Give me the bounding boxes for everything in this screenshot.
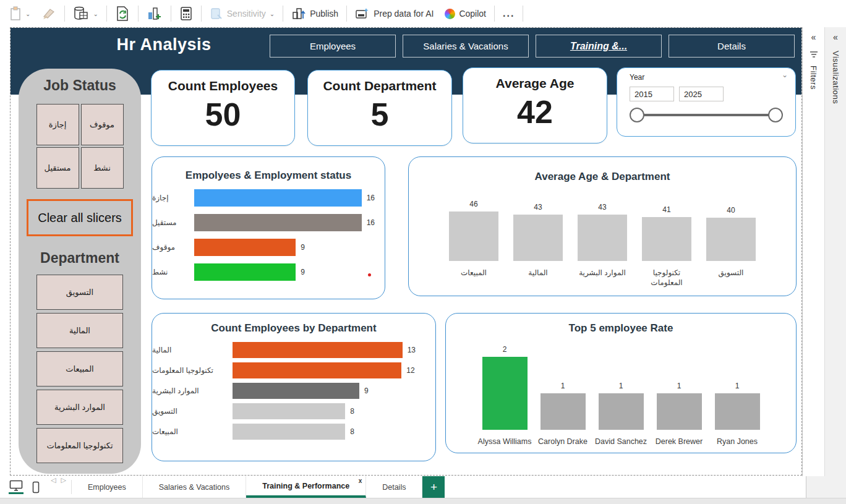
copilot-icon	[445, 9, 455, 19]
nav-button-details[interactable]: Details	[669, 35, 795, 58]
column-bar[interactable]	[657, 393, 702, 430]
calculator-icon	[179, 6, 193, 21]
category-label: Ryan Jones	[717, 437, 758, 447]
toolbar-divider	[201, 6, 202, 22]
expand-visualizations-icon[interactable]: «	[833, 32, 838, 42]
nav-button-employees[interactable]: Employees	[270, 35, 396, 58]
clear-all-slicers-button[interactable]: Clear all slicers	[27, 199, 133, 236]
chart-card-employment-status[interactable]: Empolyees & Employment status إجازة16مست…	[152, 156, 385, 299]
next-page-icon[interactable]: ▷	[61, 476, 66, 498]
department-button-marketing[interactable]: التسويق	[36, 275, 123, 310]
visualizations-panel-collapsed[interactable]: « Visualizations	[824, 27, 846, 498]
tab-bar-right-spacer	[806, 476, 846, 498]
alert-dot	[368, 273, 371, 276]
value-label: 16	[367, 194, 375, 202]
category-label: Derek Brewer	[656, 437, 703, 447]
tab-training-performance[interactable]: Training & Performance x	[246, 476, 366, 498]
format-painter-button[interactable]	[36, 3, 62, 24]
column-bar[interactable]	[540, 393, 586, 430]
year-from-input[interactable]: 2015	[630, 87, 674, 101]
value-label: 46	[469, 200, 477, 208]
kpi-value: 42	[463, 93, 607, 130]
value-label: 8	[350, 407, 354, 416]
desktop-view-button[interactable]	[9, 480, 24, 494]
status-button-vacation[interactable]: إجازة	[36, 104, 79, 145]
new-measure-button[interactable]	[174, 3, 199, 24]
new-visual-button[interactable]	[141, 3, 168, 24]
kpi-card-count-department[interactable]: Count Department 5	[307, 70, 452, 146]
category-label: المبيعات	[152, 427, 233, 436]
report-canvas[interactable]: Hr Analysis Employees Salaries & Vacatio…	[10, 27, 802, 476]
bar[interactable]	[233, 403, 345, 419]
toolbar-divider	[64, 6, 65, 22]
count-by-department-chart: المالية13تكنولوجيا المعلومات12الموارد ال…	[152, 342, 435, 440]
bar-row: مستقيل16	[152, 214, 385, 231]
kpi-label: Count Department	[308, 79, 451, 93]
column-area: 41	[642, 192, 691, 261]
column-bar[interactable]	[599, 393, 644, 430]
close-tab-icon[interactable]: x	[359, 477, 362, 484]
bar[interactable]	[194, 263, 296, 281]
department-button-finance[interactable]: المالية	[36, 313, 123, 348]
column-bar[interactable]	[642, 217, 691, 261]
refresh-button[interactable]	[109, 3, 135, 24]
publish-button[interactable]: Publish	[286, 3, 344, 24]
value-label: 13	[408, 346, 416, 354]
kpi-card-count-employees[interactable]: Count Employees 50	[151, 70, 295, 146]
bar[interactable]	[233, 424, 345, 440]
bar[interactable]	[233, 362, 401, 378]
category-label: Carolyn Drake	[538, 437, 588, 447]
year-to-input[interactable]: 2025	[679, 87, 724, 101]
year-range-handle-left[interactable]	[630, 108, 644, 122]
database-icon	[73, 6, 89, 21]
bar[interactable]	[194, 239, 296, 256]
kpi-card-average-age[interactable]: Average Age 42	[463, 67, 607, 143]
chart-title: Top 5 employee Rate	[446, 322, 796, 335]
prev-page-icon[interactable]: ◁	[51, 476, 56, 498]
expand-filters-icon[interactable]: «	[811, 32, 816, 42]
bar[interactable]	[194, 214, 362, 231]
department-button-sales[interactable]: المبيعات	[36, 351, 123, 387]
year-slicer[interactable]: Year ⌄ 2015 2025	[617, 67, 796, 137]
column-bar[interactable]	[449, 211, 498, 261]
department-button-hr[interactable]: الموارد البشرية	[36, 390, 123, 425]
bar[interactable]	[233, 342, 403, 358]
status-button-active[interactable]: نشط	[81, 147, 124, 189]
value-label: 43	[598, 203, 606, 211]
column-bar[interactable]	[482, 357, 528, 430]
chart-card-count-by-department[interactable]: Count Employees by Department المالية13ت…	[152, 313, 436, 461]
filters-panel-collapsed[interactable]: « Filters	[802, 27, 824, 498]
tab-details[interactable]: Details	[366, 476, 422, 498]
get-data-button[interactable]: ⌄	[67, 3, 103, 24]
chart-card-average-age-department[interactable]: Average Age & Department 46المبيعات43الم…	[408, 156, 797, 296]
column-bar[interactable]	[513, 215, 563, 261]
prep-data-button[interactable]: Prep data for AI	[349, 3, 439, 24]
paste-button[interactable]: ⌄	[4, 3, 36, 24]
mobile-view-icon[interactable]	[32, 481, 40, 493]
more-options-button[interactable]: ...	[497, 3, 520, 24]
department-button-it[interactable]: تكنولوجيا المعلومات	[36, 428, 123, 463]
bar[interactable]	[233, 383, 359, 399]
column-bar[interactable]	[715, 393, 760, 430]
year-range-track[interactable]	[638, 114, 774, 116]
year-range-handle-right[interactable]	[768, 108, 783, 122]
chevron-down-icon[interactable]: ⌄	[782, 70, 788, 79]
sensitivity-button[interactable]: Sensitivity ⌄	[204, 3, 280, 24]
value-label: 1	[619, 382, 623, 390]
nav-button-salaries[interactable]: Salaries & Vacations	[403, 35, 529, 58]
tab-salaries-vacations[interactable]: Salaries & Vacations	[143, 476, 246, 498]
value-label: 40	[727, 206, 735, 215]
copilot-button[interactable]: Copilot	[439, 3, 492, 24]
status-button-suspended[interactable]: موقوف	[81, 104, 124, 145]
status-button-resigned[interactable]: مستقيل	[36, 147, 79, 189]
view-switcher	[0, 476, 46, 498]
column-bar[interactable]	[578, 215, 627, 261]
column-bar[interactable]	[706, 218, 756, 261]
sensitivity-label: Sensitivity	[227, 9, 266, 19]
add-page-button[interactable]: +	[422, 476, 445, 498]
bar[interactable]	[194, 189, 362, 207]
nav-button-training[interactable]: Training &...	[536, 35, 662, 58]
tab-employees[interactable]: Employees	[72, 476, 143, 498]
toolbar-divider	[523, 6, 523, 22]
chart-card-top5-employee-rate[interactable]: Top 5 employee Rate 2Alyssa Williams1Car…	[445, 313, 797, 453]
